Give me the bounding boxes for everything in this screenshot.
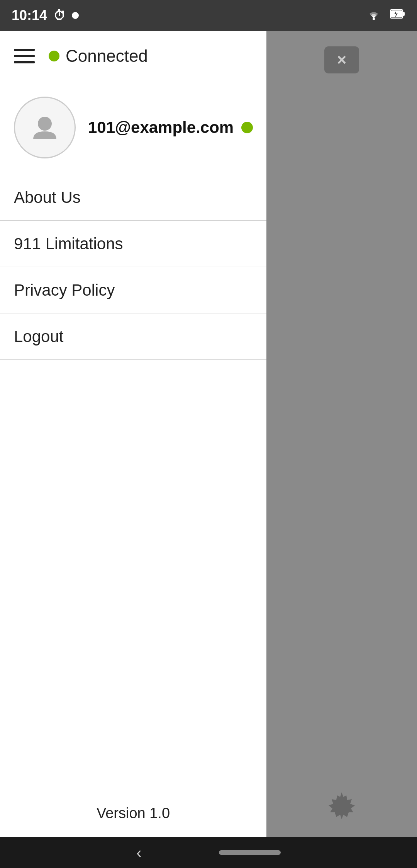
user-email-wrap: 101@example.com: [88, 118, 253, 137]
hamburger-menu-button[interactable]: [14, 49, 35, 63]
connected-dot-indicator: [49, 51, 59, 61]
battery-icon: [390, 7, 405, 24]
bottom-navigation-bar: ‹: [0, 837, 417, 868]
version-text: Version 1.0: [97, 805, 170, 821]
svg-rect-2: [403, 12, 405, 16]
online-status-dot: [241, 122, 253, 133]
menu-item-privacy-policy[interactable]: Privacy Policy: [0, 267, 266, 313]
back-button[interactable]: ‹: [136, 844, 141, 861]
svg-point-0: [373, 18, 375, 20]
home-indicator[interactable]: [219, 850, 281, 855]
close-icon[interactable]: ×: [337, 51, 347, 69]
gear-icon-area: [326, 789, 357, 825]
user-avatar-icon: [29, 112, 60, 143]
hamburger-line-1: [14, 49, 35, 51]
status-bar-right: [365, 7, 405, 24]
status-bar-left: 10:14 ⏱: [12, 7, 79, 24]
right-background-panel: ×: [266, 31, 417, 837]
connected-label: Connected: [66, 46, 148, 66]
gear-icon: [326, 789, 357, 820]
status-bar: 10:14 ⏱: [0, 0, 417, 31]
menu-item-logout[interactable]: Logout: [0, 313, 266, 360]
svg-point-5: [38, 117, 52, 131]
close-button[interactable]: ×: [324, 46, 359, 73]
version-footer: Version 1.0: [0, 790, 266, 837]
drawer-panel: Connected 101@example.com About Us 911 L…: [0, 31, 266, 837]
hamburger-line-2: [14, 55, 35, 57]
clock-icon: ⏱: [53, 9, 66, 23]
user-email: 101@example.com: [88, 118, 234, 137]
menu-item-911-limitations[interactable]: 911 Limitations: [0, 221, 266, 267]
avatar: [14, 97, 76, 158]
status-notification-dot: [72, 12, 79, 19]
drawer-header: Connected: [0, 31, 266, 81]
wifi-icon: [365, 7, 382, 24]
connection-status: Connected: [46, 46, 148, 66]
menu-item-about-us[interactable]: About Us: [0, 174, 266, 221]
status-time: 10:14: [12, 7, 47, 24]
user-profile-section: 101@example.com: [0, 81, 266, 174]
hamburger-line-3: [14, 61, 35, 63]
